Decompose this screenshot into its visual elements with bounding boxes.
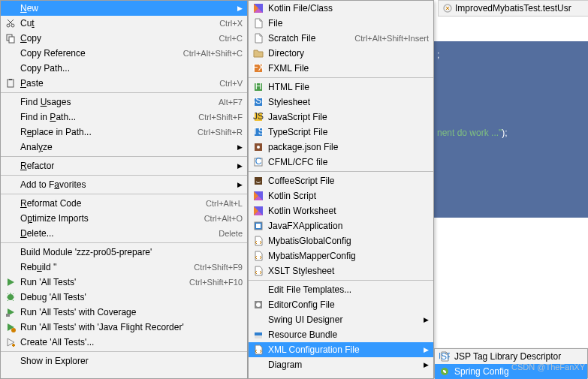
- blank-icon: [252, 359, 265, 371]
- context-menu-2-item[interactable]: Scratch FileCtrl+Alt+Shift+Insert: [249, 31, 433, 46]
- svg-text:H: H: [255, 82, 262, 92]
- jfx-icon: [252, 220, 265, 232]
- blank-icon: [4, 62, 17, 74]
- context-menu-1-item[interactable]: CopyCtrl+C: [1, 31, 247, 46]
- blank-icon: [252, 284, 265, 296]
- blank-icon: [4, 126, 17, 138]
- context-menu-2-item[interactable]: Kotlin Worksheet: [249, 203, 433, 218]
- shortcut-label: Ctrl+Alt+Shift+C: [183, 49, 243, 58]
- menu-item-label: Debug 'All Tests': [20, 292, 243, 302]
- context-menu-1-item[interactable]: Run 'All Tests'Ctrl+Shift+F10: [1, 275, 247, 290]
- context-menu-2-item[interactable]: HHTML File: [249, 80, 433, 95]
- menu-item-label: Delete...: [20, 228, 213, 239]
- context-menu-2-item[interactable]: Swing UI Designer▶: [249, 312, 433, 327]
- context-menu-1-item[interactable]: Add to Favorites▶: [1, 177, 247, 192]
- context-menu-2-item[interactable]: CoffeeScript File: [249, 173, 433, 188]
- shortcut-label: Ctrl+Alt+O: [204, 214, 243, 223]
- context-menu-1-item[interactable]: Find UsagesAlt+F7: [1, 95, 247, 110]
- context-menu-1-item[interactable]: Copy Path...: [1, 61, 247, 76]
- ec-icon: [252, 299, 265, 311]
- context-menu-1-item[interactable]: Analyze▶: [1, 140, 247, 155]
- shortcut-label: Ctrl+C: [219, 34, 243, 43]
- separator: [249, 77, 433, 78]
- context-menu-2-item[interactable]: package.json File: [249, 140, 433, 155]
- context-menu-1-item[interactable]: New▶: [1, 1, 247, 16]
- context-menu-1-item[interactable]: Build Module 'zzz-pro05-prepare': [1, 245, 247, 260]
- context-menu-1-item[interactable]: Run 'All Tests' with 'Java Flight Record…: [1, 320, 247, 335]
- paste-icon: [4, 77, 17, 89]
- separator: [1, 242, 247, 243]
- context-menu-2-item[interactable]: EditorConfig File: [249, 297, 433, 312]
- pkg-icon: [252, 141, 265, 153]
- context-menu-1-item[interactable]: Reformat CodeCtrl+Alt+L: [1, 196, 247, 211]
- context-menu-2-item[interactable]: TSTypeScript File: [249, 125, 433, 140]
- menu-item-label: Diagram: [268, 359, 420, 370]
- xml-icon: [252, 265, 265, 277]
- context-menu-1-item[interactable]: PasteCtrl+V: [1, 76, 247, 91]
- menu-item-label: MybatisGlobalConfig: [268, 236, 429, 246]
- context-menu-2-item[interactable]: XSLT Stylesheet: [249, 263, 433, 278]
- menu-item-label: Stylesheet: [268, 97, 429, 107]
- separator: [1, 156, 247, 157]
- menu-item-label: Find Usages: [20, 97, 213, 107]
- editor-tab[interactable]: ImprovedMybatisTest.testUsr: [438, 0, 588, 17]
- context-menu-2-item[interactable]: MybatisMapperConfig: [249, 248, 433, 263]
- context-menu-1-item[interactable]: CutCtrl+X: [1, 16, 247, 31]
- blank-icon: [4, 261, 17, 273]
- shortcut-label: Ctrl+Shift+F9: [194, 263, 243, 272]
- xml-icon: [252, 344, 265, 356]
- context-menu-1-item[interactable]: Show in Explorer: [1, 353, 247, 368]
- context-menu-1-item[interactable]: Debug 'All Tests': [1, 290, 247, 305]
- menu-item-label: Reformat Code: [20, 198, 200, 209]
- editor-background: ImprovedMybatisTest.testUsr ; nent do wo…: [434, 0, 588, 379]
- context-menu-2-item[interactable]: Resource Bundle: [249, 327, 433, 342]
- context-menu-2-item[interactable]: CSSStylesheet: [249, 95, 433, 110]
- context-menu-3-item[interactable]: JSPJSP Tag Library Descriptor: [435, 349, 587, 364]
- context-menu-2[interactable]: Kotlin File/ClassFileScratch FileCtrl+Al…: [248, 0, 434, 379]
- context-menu-1-item[interactable]: Refactor▶: [1, 158, 247, 173]
- separator: [1, 175, 247, 176]
- context-menu-2-item[interactable]: XML Configuration File▶: [249, 342, 433, 357]
- shortcut-label: Ctrl+Shift+R: [198, 128, 243, 137]
- menu-item-label: JavaScript File: [268, 112, 429, 122]
- context-menu-1-item[interactable]: Rebuild ''Ctrl+Shift+F9: [1, 260, 247, 275]
- svg-text:TS: TS: [253, 127, 264, 137]
- context-menu-1-item[interactable]: Create 'All Tests'...: [1, 335, 247, 350]
- context-menu-1-item[interactable]: Replace in Path...Ctrl+Shift+R: [1, 125, 247, 140]
- svg-rect-33: [255, 335, 262, 338]
- context-menu-1-item[interactable]: Run 'All Tests' with Coverage: [1, 305, 247, 320]
- context-menu-1-item[interactable]: Find in Path...Ctrl+Shift+F: [1, 110, 247, 125]
- context-menu-2-item[interactable]: CCFML/CFC file: [249, 155, 433, 170]
- context-menu-1-item[interactable]: Copy ReferenceCtrl+Alt+Shift+C: [1, 46, 247, 61]
- context-menu-2-item[interactable]: Directory: [249, 46, 433, 61]
- menu-item-label: New: [20, 3, 234, 14]
- context-menu-1-item[interactable]: Optimize ImportsCtrl+Alt+O: [1, 211, 247, 226]
- context-menu-2-item[interactable]: Kotlin Script: [249, 188, 433, 203]
- submenu-arrow-icon: ▶: [237, 181, 243, 188]
- context-menu-1-item[interactable]: Delete...Delete: [1, 226, 247, 241]
- menu-item-label: MybatisMapperConfig: [268, 251, 429, 261]
- test-icon: [443, 4, 452, 13]
- context-menu-2-item[interactable]: JSJavaScript File: [249, 110, 433, 125]
- separator: [249, 280, 433, 281]
- svg-rect-25: [255, 177, 262, 185]
- context-menu-2-item[interactable]: MybatisGlobalConfig: [249, 233, 433, 248]
- context-menu-2-item[interactable]: JavaFXApplication: [249, 218, 433, 233]
- shortcut-label: Delete: [219, 229, 243, 238]
- svg-point-31: [256, 302, 261, 307]
- coverage-icon: [4, 306, 17, 318]
- submenu-arrow-icon: ▶: [237, 162, 243, 170]
- menu-item-label: Run 'All Tests': [20, 277, 183, 287]
- kotlin-icon: [252, 205, 265, 217]
- context-menu-2-item[interactable]: File: [249, 16, 433, 31]
- context-menu-2-item[interactable]: Edit File Templates...: [249, 282, 433, 297]
- xml-icon: [252, 250, 265, 262]
- context-menu-2-item[interactable]: Diagram▶: [249, 357, 433, 372]
- menu-item-label: Swing UI Designer: [268, 314, 420, 325]
- context-menu-2-item[interactable]: Kotlin File/Class: [249, 1, 433, 16]
- menu-item-label: Copy: [20, 33, 213, 44]
- context-menu-1[interactable]: New▶CutCtrl+XCopyCtrl+CCopy ReferenceCtr…: [0, 0, 248, 379]
- context-menu-2-item[interactable]: FXFXML File: [249, 61, 433, 76]
- cf-icon: C: [252, 156, 265, 168]
- blank-icon: [4, 2, 17, 14]
